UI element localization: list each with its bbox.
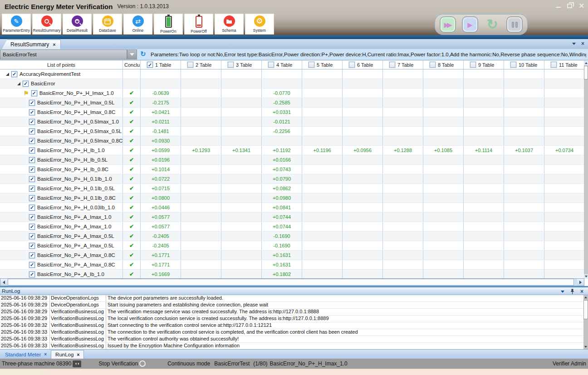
toolbar-button-ParameterEntry[interactable]: ✎ParameterEntry (2, 14, 31, 35)
grid-row[interactable]: ✓BasicError_No_P+_H_0.5Imax_0.5L✔-0.1481… (0, 127, 588, 136)
tree-point[interactable]: ✓BasicError_No_P+_A_Imax_1.0 (0, 212, 123, 222)
tab-close-icon[interactable]: × (44, 352, 47, 357)
checkbox-unchecked[interactable] (228, 62, 234, 68)
column-header-8-Table[interactable]: 8 Table (423, 60, 464, 69)
maximize-icon[interactable] (567, 4, 572, 8)
column-header-4-Table[interactable]: 4 Table (262, 60, 302, 69)
expander-icon[interactable] (17, 82, 20, 85)
refresh-icon[interactable]: ↻ (140, 50, 146, 58)
column-header-9-Table[interactable]: 9 Table (464, 60, 504, 69)
checkbox-unchecked[interactable] (268, 62, 274, 68)
grid-row[interactable]: ✓BasicError_No_P+_A_Imax_0.5L✔-0.2405-0.… (0, 232, 588, 241)
close-icon[interactable]: ✕ (578, 3, 584, 9)
tree-point[interactable]: ✓BasicError_No_P+_H_Imax_0.5L (0, 98, 123, 107)
grid-row[interactable]: ✓BasicError_No_P+_H_Imax_0.8C✔+0.0421+0.… (0, 108, 588, 117)
toolbar-button-PowerOff[interactable]: PowerOff (184, 14, 213, 35)
grid-row[interactable]: ✓BasicError_No_P+_H_0.5Imax_1.0✔+0.0211-… (0, 117, 588, 127)
toolbar-button-PowerOn[interactable]: PowerOn (154, 14, 183, 35)
grid-row[interactable]: ✓BasicError_No_P+_H_Ib_0.5L✔+0.0196+0.01… (0, 155, 588, 165)
column-header-7-Table[interactable]: 7 Table (383, 60, 423, 69)
log-entry[interactable]: 2025-06-16 09:38:32VerificationBusinessL… (0, 322, 583, 329)
checkbox-checked[interactable]: ✓ (29, 109, 35, 115)
checkbox-checked[interactable]: ✓ (29, 119, 35, 125)
pause-button[interactable] (506, 16, 523, 33)
grid-row[interactable]: ✓BasicError_No_P+_H_0.1Ib_0.8C✔+0.0800+0… (0, 193, 588, 203)
grid-row[interactable]: ✓BasicError_No_P+_H_Ib_0.8C✔+0.1014+0.07… (0, 165, 588, 174)
log-entry[interactable]: 2025-06-16 09:38:33VerificationBusinessL… (0, 336, 583, 343)
scrollbar-thumb[interactable] (584, 66, 588, 79)
toolbar-button-Schema[interactable]: Schema (215, 14, 244, 35)
grid-row[interactable]: ✓BasicError (0, 79, 588, 89)
grid-row[interactable]: ✓BasicError_No_P+_H_0.03Ib_1.0✔+0.0446+0… (0, 203, 588, 212)
grid-row[interactable]: ⚑✓BasicError_No_P+_H_Imax_1.0✔-0.0639-0.… (0, 89, 588, 98)
pin-icon[interactable] (570, 289, 574, 294)
tab-list-dropdown-icon[interactable] (572, 43, 576, 45)
grid-row[interactable]: ✓BasicError_No_P+_H_0.5Imax_0.8C✔+0.0930 (0, 136, 588, 146)
tree-point[interactable]: ✓BasicError_No_P+_H_0.1Ib_0.8C (0, 193, 123, 202)
scrollbar-thumb[interactable] (8, 279, 574, 286)
checkbox-checked[interactable]: ✓ (29, 128, 35, 134)
tree-point[interactable]: ✓BasicError_No_P+_H_Ib_0.5L (0, 155, 123, 164)
log-entry[interactable]: 2025-06-16 09:38:33VerificationBusinessL… (0, 329, 583, 336)
checkbox-unchecked[interactable] (430, 62, 436, 68)
grid-row[interactable]: ✓BasicError_No_P+_A_Ib_1.0✔+0.1669+0.180… (0, 270, 588, 278)
grid-row[interactable]: ✓BasicError_No_P+_A_Imax_0.8C✔+0.1771+0.… (0, 260, 588, 270)
log-entry[interactable]: 2025-06-16 09:38:29VerificationBusinessL… (0, 309, 583, 316)
tree-point[interactable]: ✓BasicError_No_P+_A_Imax_1.0 (0, 222, 123, 231)
scheme-select[interactable]: BasicErrorTest (0, 49, 127, 59)
tab-close-icon[interactable]: × (53, 42, 55, 47)
toolbar-button-DataSave[interactable]: DataSave (93, 14, 122, 35)
grid-row[interactable]: ✓BasicError_No_P+_A_Imax_0.8C✔+0.1771+0.… (0, 251, 588, 260)
bottom-tab-RunLog[interactable]: RunLog× (51, 350, 84, 359)
scroll-up-icon[interactable] (583, 295, 588, 300)
checkbox-checked[interactable]: ✓ (29, 148, 35, 153)
tree-point[interactable]: ✓BasicError_No_P+_A_Ib_1.0 (0, 270, 123, 278)
minimize-icon[interactable] (556, 6, 561, 8)
checkbox-checked[interactable]: ✓ (29, 100, 35, 106)
toolbar-button-ResultSummary[interactable]: ResultSummary (32, 14, 61, 35)
checkbox-checked[interactable]: ✓ (29, 176, 35, 182)
tree-point[interactable]: ✓BasicError_No_P+_H_0.1Ib_1.0 (0, 174, 123, 183)
column-header-3-Table[interactable]: 3 Table (221, 60, 262, 69)
bottom-tab-Standard-Meter[interactable]: Standard Meter× (1, 350, 51, 359)
checkbox-unchecked[interactable] (551, 62, 557, 68)
column-header-5-Table[interactable]: 5 Table (302, 60, 343, 69)
log-entry[interactable]: 2025-06-16 09:38:29DeviceOperationLogsTh… (0, 295, 583, 302)
tree-group[interactable]: ✓AccuracyRequirementTest (0, 69, 123, 79)
checkbox-checked[interactable]: ✓ (11, 71, 17, 77)
scroll-up-icon[interactable] (584, 61, 588, 65)
tab-close-icon[interactable]: × (77, 352, 79, 357)
tree-point[interactable]: ✓BasicError_No_P+_H_0.03Ib_1.0 (0, 203, 123, 212)
tree-point[interactable]: ✓BasicError_No_P+_A_Imax_0.8C (0, 260, 123, 269)
column-header-1-Table[interactable]: ✓1 Table (141, 60, 181, 69)
checkbox-checked[interactable]: ✓ (29, 252, 35, 258)
checkbox-checked[interactable]: ✓ (147, 62, 153, 68)
checkbox-checked[interactable]: ✓ (29, 262, 35, 268)
tree-point[interactable]: ✓BasicError_No_P+_H_0.1Ib_0.5L (0, 184, 123, 193)
checkbox-unchecked[interactable] (349, 62, 355, 68)
checkbox-checked[interactable]: ✓ (29, 271, 35, 277)
scroll-down-icon[interactable] (583, 345, 588, 349)
panel-close-icon[interactable]: × (580, 289, 583, 294)
toolbar-button-Online[interactable]: ⇄Online (123, 14, 152, 35)
checkbox-checked[interactable]: ✓ (29, 138, 35, 144)
scroll-left-icon[interactable] (0, 279, 7, 286)
toolbar-button-DetailResult[interactable]: +DetailResult (63, 14, 92, 35)
stop-verification-toggle[interactable] (139, 360, 146, 367)
runlog-scrollbar[interactable] (583, 295, 588, 349)
tree-point[interactable]: ✓BasicError_No_P+_A_Imax_0.5L (0, 232, 123, 241)
checkbox-checked[interactable]: ✓ (29, 233, 35, 239)
tree-group[interactable]: ✓BasicError (0, 79, 123, 88)
fast-forward-button[interactable]: ▶▶ (440, 16, 456, 33)
checkbox-checked[interactable]: ✓ (31, 90, 37, 96)
grid-row[interactable]: ✓BasicError_No_P+_A_Imax_1.0✔+0.0577+0.0… (0, 222, 588, 232)
grid-horizontal-scrollbar[interactable] (0, 278, 584, 286)
toolbar-button-System[interactable]: ⚙System (245, 14, 274, 35)
column-header-11-Table[interactable]: 11 Table (544, 60, 585, 69)
log-entry[interactable]: 2025-06-16 09:38:29VerificationBusinessL… (0, 316, 583, 322)
scrollbar-thumb[interactable] (583, 300, 588, 319)
grid-row[interactable]: ✓BasicError_No_P+_H_Ib_1.0✔+0.0599+0.129… (0, 146, 588, 155)
tree-point[interactable]: ✓BasicError_No_P+_H_Ib_0.8C (0, 165, 123, 174)
checkbox-checked[interactable]: ✓ (29, 224, 35, 230)
grid-row[interactable]: ✓BasicError_No_P+_A_Imax_1.0✔+0.0577+0.0… (0, 212, 588, 222)
